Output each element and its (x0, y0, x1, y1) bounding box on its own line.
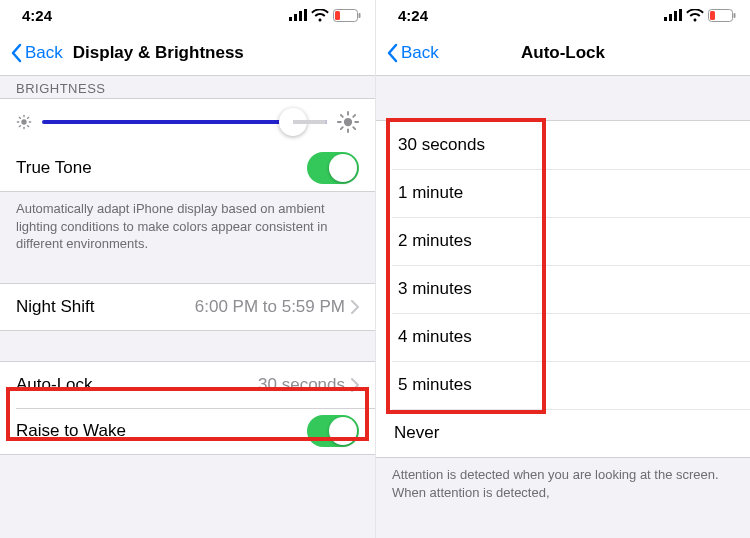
svg-rect-27 (674, 11, 677, 21)
true-tone-label: True Tone (16, 158, 307, 178)
back-label: Back (25, 43, 63, 63)
battery-low-icon (708, 9, 736, 22)
cellular-icon (664, 9, 682, 21)
svg-rect-30 (710, 11, 715, 20)
attention-note: Attention is detected when you are looki… (376, 458, 750, 513)
svg-line-24 (353, 115, 355, 117)
option-5-minutes[interactable]: 5 minutes (376, 361, 750, 409)
section-header-brightness: BRIGHTNESS (0, 76, 375, 98)
svg-rect-26 (669, 14, 672, 21)
auto-lock-label: Auto-Lock (16, 375, 258, 395)
chevron-left-icon (386, 43, 398, 63)
raise-to-wake-toggle[interactable] (307, 415, 359, 447)
svg-line-21 (341, 115, 343, 117)
status-time: 4:24 (398, 7, 428, 24)
night-shift-group: Night Shift 6:00 PM to 5:59 PM (0, 283, 375, 331)
svg-rect-1 (294, 14, 297, 21)
nav-bar: Back Auto-Lock (376, 30, 750, 76)
raise-to-wake-row[interactable]: Raise to Wake (0, 408, 375, 454)
true-tone-toggle[interactable] (307, 152, 359, 184)
option-1-minute[interactable]: 1 minute (376, 169, 750, 217)
svg-point-7 (21, 119, 26, 124)
svg-rect-25 (664, 17, 667, 21)
page-title: Display & Brightness (73, 43, 244, 63)
brightness-high-icon (337, 111, 359, 133)
back-label: Back (401, 43, 439, 63)
page-title: Auto-Lock (521, 43, 605, 63)
auto-lock-screen: 4:24 Back Auto-Lock 30 seconds 1 minute … (375, 0, 750, 538)
svg-line-22 (353, 127, 355, 129)
slider-thumb[interactable] (279, 108, 307, 136)
chevron-left-icon (10, 43, 22, 63)
battery-low-icon (333, 9, 361, 22)
svg-line-12 (19, 117, 20, 118)
svg-point-16 (344, 118, 352, 126)
svg-line-15 (28, 117, 29, 118)
chevron-right-icon (351, 378, 359, 392)
auto-lock-options: 30 seconds 1 minute 2 minutes 3 minutes … (376, 120, 750, 458)
brightness-group: True Tone (0, 98, 375, 192)
status-bar: 4:24 (376, 0, 750, 30)
brightness-slider-row (0, 99, 375, 145)
night-shift-row[interactable]: Night Shift 6:00 PM to 5:59 PM (0, 284, 375, 330)
svg-line-13 (28, 126, 29, 127)
status-time: 4:24 (22, 7, 52, 24)
back-button[interactable]: Back (10, 43, 63, 63)
night-shift-detail: 6:00 PM to 5:59 PM (195, 297, 345, 317)
option-30-seconds[interactable]: 30 seconds (376, 121, 750, 169)
wifi-icon (311, 9, 329, 22)
autolock-group: Auto-Lock 30 seconds Raise to Wake (0, 361, 375, 455)
svg-line-14 (19, 126, 20, 127)
svg-rect-6 (359, 13, 361, 18)
option-never[interactable]: Never (376, 409, 750, 457)
back-button[interactable]: Back (386, 43, 439, 63)
svg-rect-3 (304, 9, 307, 21)
auto-lock-detail: 30 seconds (258, 375, 345, 395)
brightness-low-icon (16, 114, 32, 130)
display-brightness-screen: 4:24 Back Display & Brightness BRIGHTNES… (0, 0, 375, 538)
svg-rect-5 (335, 11, 340, 20)
nav-bar: Back Display & Brightness (0, 30, 375, 76)
option-3-minutes[interactable]: 3 minutes (376, 265, 750, 313)
auto-lock-row[interactable]: Auto-Lock 30 seconds (0, 362, 375, 408)
svg-rect-0 (289, 17, 292, 21)
raise-to-wake-label: Raise to Wake (16, 421, 307, 441)
true-tone-row[interactable]: True Tone (0, 145, 375, 191)
svg-rect-28 (679, 9, 682, 21)
cellular-icon (289, 9, 307, 21)
night-shift-label: Night Shift (16, 297, 195, 317)
status-bar: 4:24 (0, 0, 375, 30)
wifi-icon (686, 9, 704, 22)
svg-rect-2 (299, 11, 302, 21)
svg-line-23 (341, 127, 343, 129)
svg-rect-31 (734, 13, 736, 18)
chevron-right-icon (351, 300, 359, 314)
option-2-minutes[interactable]: 2 minutes (376, 217, 750, 265)
true-tone-note: Automatically adapt iPhone display based… (0, 192, 375, 265)
option-4-minutes[interactable]: 4 minutes (376, 313, 750, 361)
brightness-slider[interactable] (42, 120, 327, 124)
